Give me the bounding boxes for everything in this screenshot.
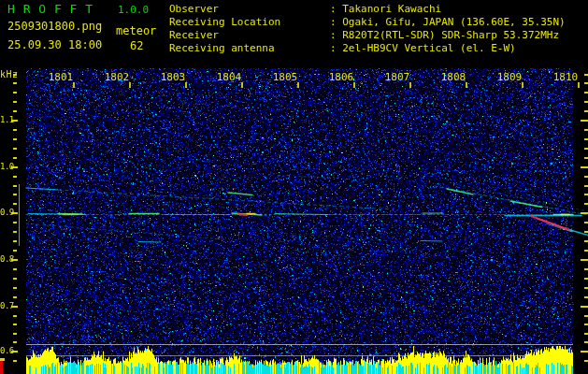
mode-label: meteor <box>116 24 156 37</box>
app-title: H R O F F T <box>7 2 93 16</box>
info-colon: : <box>330 42 342 54</box>
info-label: Receiver <box>169 29 330 41</box>
station-info: Observer: Takanori Kawachi Receiving Loc… <box>169 3 566 55</box>
hrofft-screenshot: H R O F F T 1.0.0 2509301800.png meteor … <box>0 0 588 374</box>
info-row-location: Receiving Location: Ogaki, Gifu, JAPAN (… <box>169 16 566 29</box>
info-value: Ogaki, Gifu, JAPAN (136.60E, 35.35N) <box>342 16 565 28</box>
info-colon: : <box>330 3 342 15</box>
spectrogram-canvas <box>0 0 588 374</box>
info-row-antenna: Receiving antenna: 2el-HB9CV Vertical (e… <box>169 42 566 55</box>
info-label: Receiving Location <box>169 16 330 28</box>
output-filename: 2509301800.png <box>7 20 102 33</box>
info-colon: : <box>330 29 342 41</box>
y-axis-unit: kHz <box>0 69 19 79</box>
info-value: R820T2(RTL-SDR) SDR-Sharp 53.372MHz <box>342 29 559 41</box>
observation-datetime: 25.09.30 18:00 <box>7 38 102 51</box>
info-row-receiver: Receiver: R820T2(RTL-SDR) SDR-Sharp 53.3… <box>169 29 566 42</box>
info-colon: : <box>330 16 342 28</box>
info-value: 2el-HB9CV Vertical (el. E-W) <box>342 42 515 54</box>
info-label: Receiving antenna <box>169 42 330 54</box>
meteor-count: 62 <box>130 39 143 52</box>
app-version: 1.0.0 <box>118 4 149 16</box>
info-row-observer: Observer: Takanori Kawachi <box>169 3 566 16</box>
info-label: Observer <box>169 3 330 15</box>
info-value: Takanori Kawachi <box>342 3 441 15</box>
